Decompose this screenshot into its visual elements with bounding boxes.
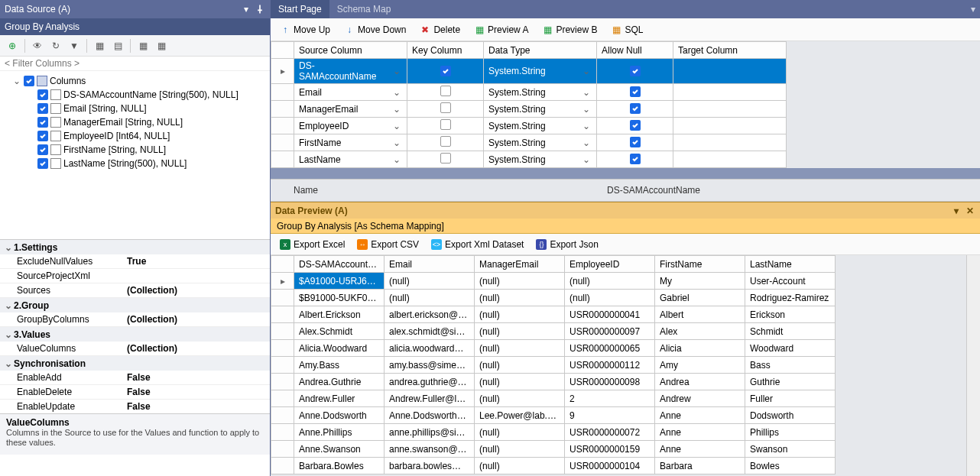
filter-columns-hint[interactable]: < Filter Columns > bbox=[0, 57, 270, 71]
chevron-down-icon[interactable]: ⌄ bbox=[581, 87, 592, 98]
cell[interactable]: 9 bbox=[565, 407, 655, 424]
cell[interactable]: Barbara bbox=[655, 458, 745, 474]
cell[interactable]: USR0000000072 bbox=[565, 424, 655, 441]
checkbox-on[interactable] bbox=[630, 120, 641, 131]
cell[interactable]: My bbox=[655, 273, 745, 290]
cell[interactable]: Barbara.Bowles bbox=[294, 458, 385, 474]
tree-column-item[interactable]: FirstName [String, NULL] bbox=[2, 143, 268, 157]
col-target-column[interactable]: Target Column bbox=[673, 42, 787, 59]
row-header[interactable] bbox=[271, 407, 294, 424]
export-json-button[interactable]: {}Export Json bbox=[531, 238, 602, 251]
cell[interactable]: User-Account bbox=[745, 273, 836, 290]
cell[interactable]: (null) bbox=[385, 273, 475, 290]
cell-key-column[interactable] bbox=[407, 151, 484, 168]
schema-row[interactable]: ▸DS-SAMAccountName⌄System.String⌄ bbox=[271, 59, 787, 84]
row-header[interactable] bbox=[271, 101, 294, 118]
row-header[interactable] bbox=[271, 118, 294, 134]
table2-icon[interactable]: ▦ bbox=[154, 38, 169, 53]
cell-allow-null[interactable] bbox=[597, 118, 673, 134]
row-header[interactable] bbox=[271, 134, 294, 151]
cell[interactable]: andrea.guthrie@si… bbox=[385, 374, 475, 390]
cell-target-column[interactable] bbox=[673, 59, 787, 84]
data-preview-grid[interactable]: DS-SAMAccountNam Email ManagerEmail Empl… bbox=[271, 255, 980, 476]
cell[interactable]: Swanson bbox=[745, 441, 836, 458]
preview-row[interactable]: Anne.Phillipsanne.phillips@sime…(null)US… bbox=[271, 424, 836, 441]
schema-row[interactable]: EmployeeID⌄System.String⌄ bbox=[271, 118, 787, 134]
col-source-column[interactable]: Source Column bbox=[294, 42, 407, 59]
eye-icon[interactable]: 👁 bbox=[30, 38, 45, 53]
dropdown-icon[interactable]: ▾ bbox=[951, 206, 962, 216]
cell[interactable]: Anne bbox=[655, 441, 745, 458]
cell[interactable]: USR0000000098 bbox=[565, 374, 655, 390]
row-header[interactable]: ▸ bbox=[271, 59, 294, 84]
cell[interactable]: (null) bbox=[475, 424, 565, 441]
cell[interactable]: Bowles bbox=[745, 458, 836, 474]
cell[interactable]: Fuller bbox=[745, 390, 836, 407]
cell[interactable]: anne.swanson@si… bbox=[385, 441, 475, 458]
chevron-down-icon[interactable]: ⌄ bbox=[581, 154, 592, 165]
cell-source-column[interactable]: Email⌄ bbox=[294, 84, 407, 101]
cell[interactable]: Alex.Schmidt bbox=[294, 323, 385, 340]
schema-row[interactable]: Email⌄System.String⌄ bbox=[271, 84, 787, 101]
preview-row[interactable]: Andrew.FullerAndrew.Fuller@lab…(null)2An… bbox=[271, 390, 836, 407]
cell-key-column[interactable] bbox=[407, 134, 484, 151]
close-icon[interactable]: ✕ bbox=[965, 206, 975, 216]
cell-source-column[interactable]: EmployeeID⌄ bbox=[294, 118, 407, 134]
cell[interactable]: Anne.Swanson bbox=[294, 441, 385, 458]
table1-icon[interactable]: ▦ bbox=[135, 38, 151, 53]
filter-icon[interactable]: ▼ bbox=[67, 38, 82, 53]
row-header[interactable] bbox=[271, 441, 294, 458]
sql-button[interactable]: ▦SQL bbox=[606, 23, 647, 37]
tree-root[interactable]: ⌄ Columns bbox=[2, 74, 268, 88]
cell[interactable]: Anne bbox=[655, 424, 745, 441]
chevron-down-icon[interactable]: ⌄ bbox=[581, 104, 592, 115]
preview-table[interactable]: DS-SAMAccountNam Email ManagerEmail Empl… bbox=[271, 255, 836, 474]
vertical-scrollbar[interactable] bbox=[966, 255, 980, 476]
cell[interactable]: Alicia.Woodward bbox=[294, 340, 385, 357]
row-header[interactable] bbox=[271, 458, 294, 474]
prop-cat-settings[interactable]: ⌄1.Settings bbox=[0, 240, 270, 254]
cell-data-type[interactable]: System.String⌄ bbox=[484, 118, 597, 134]
checkbox-off[interactable] bbox=[440, 86, 451, 96]
checkbox-off[interactable] bbox=[440, 136, 451, 147]
cell-key-column[interactable] bbox=[407, 118, 484, 134]
cell[interactable]: (null) bbox=[475, 374, 565, 390]
cell[interactable]: Anne.Phillips bbox=[294, 424, 385, 441]
preview-row[interactable]: Anne.Swansonanne.swanson@si…(null)USR000… bbox=[271, 441, 836, 458]
row-header[interactable] bbox=[271, 151, 294, 168]
tree-column-item[interactable]: EmployeeID [Int64, NULL] bbox=[2, 129, 268, 143]
cell[interactable]: (null) bbox=[565, 273, 655, 290]
cell-allow-null[interactable] bbox=[597, 101, 673, 118]
cell[interactable]: (null) bbox=[475, 390, 565, 407]
preview-row[interactable]: Barbara.Bowlesbarbara.bowles@si…(null)US… bbox=[271, 458, 836, 474]
export-excel-button[interactable]: xExport Excel bbox=[275, 238, 349, 251]
prop-row[interactable]: ValueColumns(Collection) bbox=[0, 342, 270, 356]
cell-data-type[interactable]: System.String⌄ bbox=[484, 84, 597, 101]
cell[interactable]: (null) bbox=[475, 458, 565, 474]
grid1-icon[interactable]: ▦ bbox=[92, 38, 107, 53]
cell[interactable]: amy.bass@simego… bbox=[385, 357, 475, 374]
tree-checkbox[interactable] bbox=[37, 103, 48, 114]
export-csv-button[interactable]: ↔Export CSV bbox=[352, 238, 423, 251]
cell[interactable]: Andrew.Fuller bbox=[294, 390, 385, 407]
preview-row[interactable]: Andrea.Guthrieandrea.guthrie@si…(null)US… bbox=[271, 374, 836, 390]
schema-row[interactable]: FirstName⌄System.String⌄ bbox=[271, 134, 787, 151]
chevron-down-icon[interactable]: ⌄ bbox=[391, 138, 402, 148]
tree-checkbox[interactable] bbox=[24, 76, 34, 86]
chevron-down-icon[interactable]: ⌄ bbox=[581, 121, 592, 131]
cell[interactable]: $A91000-U5RJ627M… bbox=[294, 273, 385, 290]
row-header[interactable] bbox=[271, 357, 294, 374]
chevron-down-icon[interactable]: ⌄ bbox=[581, 138, 592, 148]
checkbox-on[interactable] bbox=[630, 66, 641, 76]
tree-column-item[interactable]: ManagerEmail [String, NULL] bbox=[2, 115, 268, 129]
prop-row[interactable]: Sources(Collection) bbox=[0, 283, 270, 298]
prop-row[interactable]: GroupByColumns(Collection) bbox=[0, 312, 270, 327]
preview-a-button[interactable]: ▦Preview A bbox=[469, 23, 533, 37]
pin-icon[interactable] bbox=[255, 4, 265, 15]
cell[interactable]: Bass bbox=[745, 357, 836, 374]
cell[interactable]: Erickson bbox=[745, 306, 836, 323]
cell[interactable]: USR0000000159 bbox=[565, 441, 655, 458]
cell-source-column[interactable]: DS-SAMAccountName⌄ bbox=[294, 59, 407, 84]
chevron-down-icon[interactable]: ⌄ bbox=[391, 121, 402, 131]
col-key-column[interactable]: Key Column bbox=[407, 42, 484, 59]
